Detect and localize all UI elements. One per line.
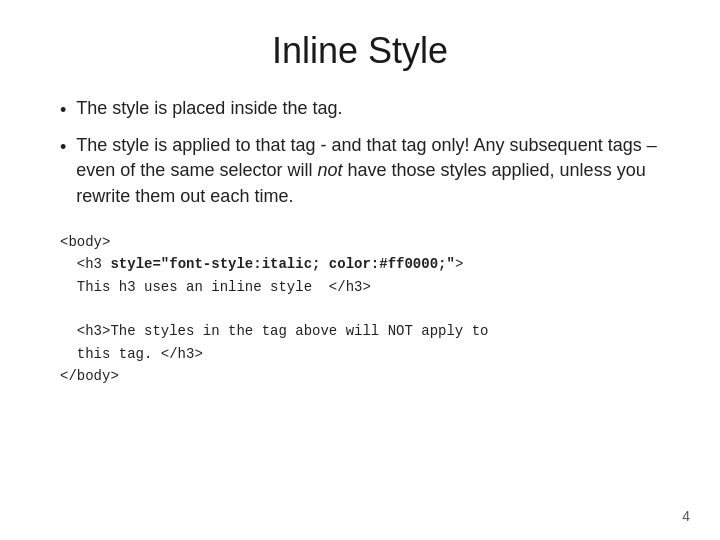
bullet-dot: •	[60, 98, 66, 123]
bullet-dot: •	[60, 135, 66, 160]
code-line-4	[60, 298, 670, 320]
list-item: • The style is placed inside the tag.	[60, 96, 670, 123]
code-line-7: </body>	[60, 365, 670, 387]
code-line-2: <h3 style="font-style:italic; color:#ff0…	[60, 253, 670, 275]
bullet-list: • The style is placed inside the tag. • …	[50, 96, 670, 209]
bullet-text-1: The style is placed inside the tag.	[76, 96, 670, 121]
code-line-3: This h3 uses an inline style </h3>	[60, 276, 670, 298]
code-line-5: <h3>The styles in the tag above will NOT…	[60, 320, 670, 342]
bullet-text-2: The style is applied to that tag - and t…	[76, 133, 670, 209]
slide-title: Inline Style	[50, 30, 670, 72]
code-line-1: <body>	[60, 231, 670, 253]
code-line-6: this tag. </h3>	[60, 343, 670, 365]
page-number: 4	[682, 508, 690, 524]
list-item: • The style is applied to that tag - and…	[60, 133, 670, 209]
code-block: <body> <h3 style="font-style:italic; col…	[50, 231, 670, 388]
slide-container: Inline Style • The style is placed insid…	[0, 0, 720, 540]
